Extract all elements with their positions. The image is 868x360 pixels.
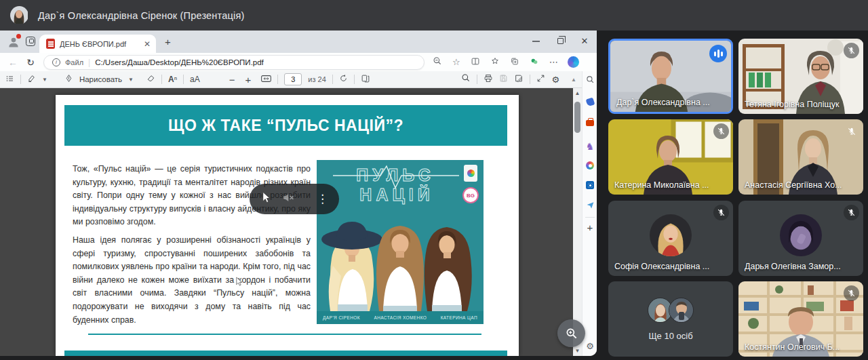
split-screen-icon[interactable] <box>471 57 480 68</box>
mic-muted-icon <box>713 123 729 139</box>
more-participants-tile[interactable]: Ще 10 осіб <box>608 281 733 357</box>
sidebar-drop-icon[interactable] <box>583 201 597 209</box>
participant-name: Анастасія Сергіївна Хо... <box>745 180 842 190</box>
mouse-cursor <box>235 277 243 289</box>
addressbar-actions: ☆ ⋯ <box>433 56 558 68</box>
fullscreen-icon[interactable] <box>536 73 545 85</box>
sidebar-designer-icon[interactable] <box>583 161 597 169</box>
page-number-input[interactable]: 3 <box>284 73 302 85</box>
sidebar-office-icon[interactable] <box>583 120 597 126</box>
participant-tile[interactable]: Костянтин Олегович Б... <box>738 281 863 357</box>
pdf-settings-gear-icon[interactable]: ⚙ <box>551 75 559 85</box>
pdf-content-area: ЩО Ж ТАКЕ “ПУЛЬС НАЦІЙ”? Тож, «Пульс нац… <box>0 88 582 356</box>
slide-paragraph-2: Наша ідея полягає у розширенні обізнанос… <box>73 234 311 327</box>
address-divider: | <box>88 58 90 67</box>
pdf-scrollbar[interactable]: ▲ ▼ <box>573 88 582 356</box>
participant-avatar <box>650 214 692 256</box>
sidebar-add-icon[interactable]: + <box>583 222 597 233</box>
browser-profile-icon[interactable] <box>7 35 20 49</box>
new-tab-button[interactable]: + <box>165 36 171 47</box>
sidebar-collections-icon[interactable] <box>583 98 597 106</box>
pdf-page: ЩО Ж ТАКЕ “ПУЛЬС НАЦІЙ”? Тож, «Пульс нац… <box>56 95 519 356</box>
audio-activity-indicator <box>709 45 727 62</box>
save-icon[interactable] <box>499 73 508 85</box>
page-info-icon[interactable]: i <box>52 58 60 66</box>
refresh-icon[interactable]: ↻ <box>22 57 39 68</box>
close-window-button[interactable]: ✕ <box>572 31 597 51</box>
text-options-icon[interactable]: аА <box>190 75 200 84</box>
participant-name: Дарья Олегівна Замор... <box>745 262 841 271</box>
active-tab[interactable]: ДЕНЬ ЄВРОПИ.pdf ✕ <box>39 35 156 53</box>
poster-authors-strip: ДАР’Я СІРЕНОК АНАСТАСІЯ ХОМЕНКО КАТЕРИНА… <box>317 311 484 324</box>
fit-width-icon[interactable] <box>261 73 271 85</box>
sidebar-outlook-icon[interactable] <box>583 181 597 189</box>
presentation-topbar: Дар`я Олександрівна Сіренок (Презентація… <box>0 0 868 31</box>
address-input[interactable]: i Файл | C:/Users/Даша/Desktop/ДЕНЬ%20ЄВ… <box>43 55 425 70</box>
slide-divider-line <box>88 334 481 335</box>
pdf-file-icon <box>46 39 55 49</box>
presenter-avatar <box>10 6 28 24</box>
participant-name: Тетяна Ігорівна Поліщук <box>745 100 840 109</box>
highlighter-dropdown-icon[interactable]: ▼ <box>42 77 47 83</box>
scroll-up-icon[interactable]: ▲ <box>571 77 576 83</box>
highlighter-icon[interactable] <box>27 73 36 85</box>
poster-title-art: ПУЛЬС НАЦІЙ <box>317 163 484 205</box>
sidebar-games-icon[interactable]: ♞ <box>583 141 597 152</box>
poster-badge-icon <box>464 165 477 182</box>
sidebar-settings-gear-icon[interactable]: ⚙ <box>583 341 597 351</box>
slide-title-banner: ЩО Ж ТАКЕ “ПУЛЬС НАЦІЙ”? <box>64 105 507 146</box>
zoom-in-icon[interactable]: + <box>245 74 252 85</box>
more-options-icon[interactable]: ⋮ <box>317 192 328 206</box>
minimize-button[interactable] <box>524 31 548 51</box>
draw-label[interactable]: Нарисовать <box>79 75 122 83</box>
poster-author: ДАР’Я СІРЕНОК <box>323 315 360 320</box>
copilot-icon[interactable] <box>568 56 579 68</box>
presenter-cursor-icon <box>260 191 272 207</box>
meet-window: Дар`я Олександрівна Сіренок (Презентація… <box>0 0 868 360</box>
participant-tile[interactable]: Дарья Олегівна Замор... <box>738 201 863 276</box>
scrollbar-thumb[interactable] <box>574 102 580 133</box>
tab-close-icon[interactable]: ✕ <box>144 40 151 48</box>
zoom-in-button[interactable] <box>557 319 585 347</box>
pdf-search-icon[interactable] <box>461 73 471 85</box>
favorite-star-icon[interactable]: ☆ <box>452 57 460 67</box>
multi-tab-icon[interactable] <box>510 57 519 68</box>
shared-screen-browser: ДЕНЬ ЄВРОПИ.pdf ✕ + ✕ ← ↻ i Файл | C:/Us… <box>0 31 597 356</box>
more-participants-avatars <box>648 298 694 323</box>
sidebar-search-icon[interactable] <box>583 75 597 84</box>
draw-dropdown-icon[interactable]: ▼ <box>128 77 134 83</box>
page-view-icon[interactable] <box>361 73 370 85</box>
zoom-out-indicator-icon[interactable] <box>433 56 442 68</box>
restore-button[interactable] <box>548 31 572 51</box>
participant-tile[interactable]: Катерина Миколаївна ... <box>608 119 733 195</box>
scrollbar-down-icon[interactable]: ▼ <box>574 348 580 354</box>
zoom-out-icon[interactable]: − <box>229 74 235 85</box>
read-aloud-icon[interactable]: Aⁿ <box>168 75 177 84</box>
participant-tile[interactable]: Анастасія Сергіївна Хо... <box>738 119 863 195</box>
browser-essentials-icon[interactable] <box>530 57 539 68</box>
rotate-icon[interactable] <box>339 73 348 85</box>
workspaces-icon[interactable] <box>26 37 35 46</box>
mic-muted-icon <box>844 205 859 220</box>
participant-name: Костянтин Олегович Б... <box>745 342 840 352</box>
shared-screen-controls-pill[interactable]: ⋮ <box>250 184 339 214</box>
scrollbar-up-icon[interactable]: ▲ <box>574 90 580 96</box>
toc-icon[interactable] <box>5 73 14 85</box>
participant-tile[interactable]: Дар`я Олександрівна ... <box>608 39 733 114</box>
participant-tile[interactable]: Софія Олександрівна ... <box>608 201 733 276</box>
back-icon[interactable]: ← <box>4 57 22 68</box>
mic-muted-icon <box>713 205 729 220</box>
participant-name: Дар`я Олександрівна ... <box>616 98 710 107</box>
mic-muted-icon <box>844 285 859 301</box>
print-icon[interactable] <box>484 73 493 85</box>
address-url: C:/Users/Даша/Desktop/ДЕНЬ%20ЄВРОПИ.pdf <box>95 58 264 66</box>
audio-muted-icon[interactable] <box>281 191 294 207</box>
eraser-icon[interactable] <box>146 73 155 85</box>
participant-tile[interactable]: Тетяна Ігорівна Поліщук <box>738 39 863 114</box>
presenter-title: Дар`я Олександрівна Сіренок (Презентація… <box>38 10 245 21</box>
save-as-icon[interactable] <box>514 73 524 85</box>
collections-icon[interactable] <box>490 57 500 68</box>
tab-title: ДЕНЬ ЄВРОПИ.pdf <box>60 40 139 48</box>
draw-pen-icon[interactable] <box>64 73 73 85</box>
settings-more-icon[interactable]: ⋯ <box>549 57 558 67</box>
